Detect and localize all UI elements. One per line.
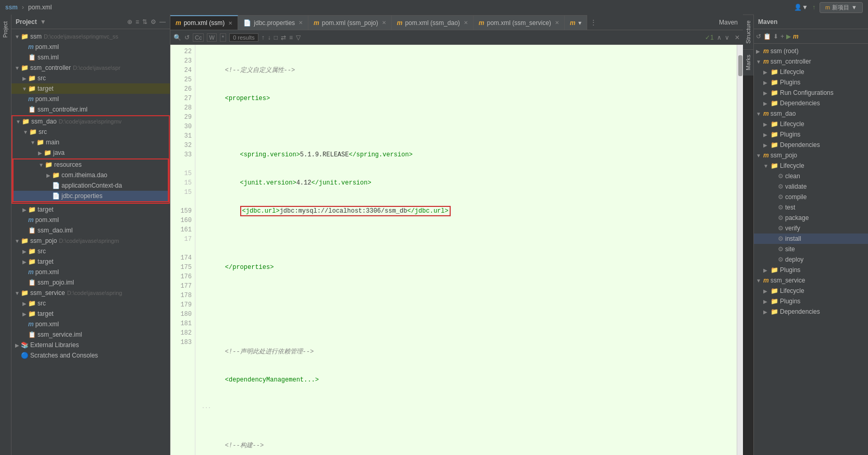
case-sensitive-icon[interactable]: Cc <box>193 33 204 42</box>
maven-item-clean[interactable]: ⚙ clean <box>754 171 868 181</box>
maven-item-deps-dao[interactable]: ▶ 📁 Dependencies <box>754 140 868 150</box>
tree-item-jdbc-properties[interactable]: 📄 jdbc.properties <box>14 191 168 201</box>
whole-word-icon[interactable]: W <box>207 33 216 42</box>
maven-item-deps-ctrl[interactable]: ▶ 📁 Dependencies <box>754 98 868 108</box>
funnel-icon[interactable]: ▽ <box>296 34 301 41</box>
tree-item-pom-service[interactable]: m pom.xml <box>11 319 170 329</box>
maven-item-lifecycle-ctrl[interactable]: ▶ 📁 Lifecycle <box>754 67 868 77</box>
maven-item-validate[interactable]: ⚙ validate <box>754 181 868 192</box>
tab-close-icon[interactable]: ✕ <box>299 20 303 26</box>
settings-gear-icon[interactable]: ⚙ <box>151 18 156 26</box>
maven-item-install[interactable]: ⚙ install <box>754 233 868 244</box>
tree-item-iml-service[interactable]: 📋 ssm_service.iml <box>11 329 170 340</box>
tree-item-src-controller[interactable]: ▶ 📁 src <box>11 73 170 83</box>
tree-item-src-pojo[interactable]: ▶ 📁 src <box>11 246 170 256</box>
maven-run-icon[interactable]: ▶ <box>786 33 791 40</box>
tab-pom-dao[interactable]: m pom.xml (ssm_dao) ✕ <box>392 15 474 30</box>
structure-tab[interactable]: Structure <box>743 15 753 49</box>
maven-item-lifecycle-dao[interactable]: ▶ 📁 Lifecycle <box>754 119 868 129</box>
tree-item-target-pojo[interactable]: ▶ 📁 target <box>11 256 170 267</box>
replace-icon[interactable]: ⇄ <box>281 34 286 41</box>
tree-item-target-dao[interactable]: ▶ 📁 target <box>11 204 170 215</box>
tree-item-ssm-service[interactable]: ▼ 📁 ssm_service D:\code\javase\spring <box>11 288 170 298</box>
tree-item-ssm-dao[interactable]: ▼ 📁 ssm_dao D:\code\javase\springmv <box>13 116 169 127</box>
chevron-down-icon[interactable]: ∨ <box>725 34 729 41</box>
tab-close-icon[interactable]: ✕ <box>228 20 232 26</box>
project-tab[interactable]: Project <box>2 17 9 42</box>
vcs-icon[interactable]: ↑ <box>812 4 815 11</box>
tree-item-ssm-controller[interactable]: ▼ 📁 ssm_controller D:\code\javase\spr <box>11 63 170 73</box>
dropdown-icon[interactable]: ▼ <box>40 18 46 26</box>
tree-item-applicationContext[interactable]: 📄 applicationContext-da <box>14 180 168 191</box>
tree-item-iml-dao[interactable]: 📋 ssm_dao.iml <box>11 225 170 236</box>
tree-item-ssm-root[interactable]: ▼ 📁 ssm D:\code\javase\springmvc_ss <box>11 31 170 42</box>
marks-tab[interactable]: Marks <box>743 49 753 76</box>
profile-icon[interactable]: 👤▼ <box>794 4 808 11</box>
tree-item-pom-pojo[interactable]: m pom.xml <box>11 267 170 277</box>
regex-icon[interactable]: * <box>220 33 226 42</box>
maven-item-plugins-pojo[interactable]: ▶ 📁 Plugins <box>754 265 868 275</box>
tree-item-pom-controller[interactable]: m pom.xml <box>11 94 170 104</box>
refresh-icon[interactable]: ↺ <box>184 34 190 41</box>
tree-item-com-itheima[interactable]: ▶ 📁 com.itheima.dao <box>14 170 168 180</box>
tree-item-external-libs[interactable]: ▶ 📚 External Libraries <box>11 340 170 350</box>
close-search-icon[interactable]: ✕ <box>735 34 740 41</box>
maven-item-deps-service[interactable]: ▶ 📁 Dependencies <box>754 306 868 317</box>
tree-item-ssm-iml[interactable]: 📋 ssm.iml <box>11 52 170 63</box>
maven-item-ssm-root[interactable]: ▶ m ssm (root) <box>754 46 868 56</box>
maven-download-icon[interactable]: ⬇ <box>773 33 778 40</box>
tab-more[interactable]: m ▾ <box>565 15 587 30</box>
tree-item-java-dao[interactable]: ▶ 📁 java <box>13 147 169 158</box>
maven-add-icon[interactable]: + <box>780 33 784 40</box>
tree-item-resources-dao[interactable]: ▼ 📁 resources <box>14 159 168 170</box>
tree-item-src-service[interactable]: ▶ 📁 src <box>11 298 170 309</box>
tab-pom-ssm[interactable]: m pom.xml (ssm) ✕ <box>170 15 238 30</box>
tab-jdbc[interactable]: 📄 jdbc.properties ✕ <box>238 15 308 30</box>
tree-item-iml-pojo[interactable]: 📋 ssm_pojo.iml <box>11 277 170 288</box>
code-content[interactable]: <!--定义自定义属性--> <properties> <spring.vers… <box>195 45 737 455</box>
maven-item-test[interactable]: ⚙ test <box>754 202 868 213</box>
tree-item-pom-dao[interactable]: m pom.xml <box>11 215 170 225</box>
maven-item-ssm-service[interactable]: ▼ m ssm_service <box>754 275 868 286</box>
maven-refresh-icon[interactable]: ↺ <box>756 33 761 40</box>
maven-item-site[interactable]: ⚙ site <box>754 244 868 254</box>
maven-item-plugins-ctrl[interactable]: ▶ 📁 Plugins <box>754 77 868 88</box>
minimize-icon[interactable]: — <box>159 18 166 26</box>
maven-item-lifecycle-service[interactable]: ▶ 📁 Lifecycle <box>754 286 868 296</box>
tree-item-pom-ssm[interactable]: m pom.xml <box>11 42 170 52</box>
tab-pom-pojo[interactable]: m pom.xml (ssm_pojo) ✕ <box>308 15 392 30</box>
tab-close-icon[interactable]: ✕ <box>555 20 559 26</box>
tree-item-target-controller[interactable]: ▼ 📁 target <box>11 83 170 94</box>
filter-icon[interactable]: ≡ <box>289 34 293 41</box>
search-icon[interactable]: 🔍 <box>173 34 181 41</box>
tree-item-iml-controller[interactable]: 📋 ssm_controller.iml <box>11 104 170 115</box>
maven-m-icon[interactable]: m <box>793 33 799 40</box>
maven-item-plugins-dao[interactable]: ▶ 📁 Plugins <box>754 129 868 140</box>
maven-item-lifecycle-pojo[interactable]: ▼ 📁 Lifecycle <box>754 161 868 171</box>
maven-copy-icon[interactable]: 📋 <box>763 33 771 40</box>
scrollbar[interactable] <box>737 45 743 455</box>
add-scope-icon[interactable]: ⊕ <box>127 18 132 26</box>
tab-close-icon[interactable]: ✕ <box>382 20 386 26</box>
maven-item-ssm-dao[interactable]: ▼ m ssm_dao <box>754 108 868 119</box>
tree-item-ssm-pojo[interactable]: ▼ 📁 ssm_pojo D:\code\javase\springm <box>11 236 170 246</box>
tree-item-src-dao[interactable]: ▼ 📁 src <box>13 127 169 137</box>
tree-item-scratches[interactable]: 🔵 Scratches and Consoles <box>11 350 170 361</box>
tab-pom-service[interactable]: m pom.xml (ssm_service) ✕ <box>474 15 565 30</box>
tree-item-main-dao[interactable]: ▼ 📁 main <box>13 137 169 147</box>
sort-icon[interactable]: ⇅ <box>142 18 147 26</box>
nav-down-icon[interactable]: ↓ <box>268 34 271 41</box>
new-project-button[interactable]: m 新项目 ▼ <box>820 2 863 13</box>
sync-icon[interactable]: ≡ <box>135 18 139 26</box>
maven-item-deploy[interactable]: ⚙ deploy <box>754 254 868 265</box>
maven-item-ssm-controller[interactable]: ▼ m ssm_controller <box>754 56 868 67</box>
nav-up-icon[interactable]: ↑ <box>262 34 265 41</box>
find-in-files-icon[interactable]: □ <box>274 34 278 41</box>
maven-item-plugins-service[interactable]: ▶ 📁 Plugins <box>754 296 868 306</box>
maven-item-package[interactable]: ⚙ package <box>754 213 868 223</box>
tab-close-icon[interactable]: ✕ <box>464 20 468 26</box>
more-tabs-button[interactable]: ⋮ <box>587 19 600 26</box>
maven-item-verify[interactable]: ⚙ verify <box>754 223 868 233</box>
maven-item-ssm-pojo[interactable]: ▼ m ssm_pojo <box>754 150 868 161</box>
tree-item-target-service[interactable]: ▶ 📁 target <box>11 309 170 319</box>
